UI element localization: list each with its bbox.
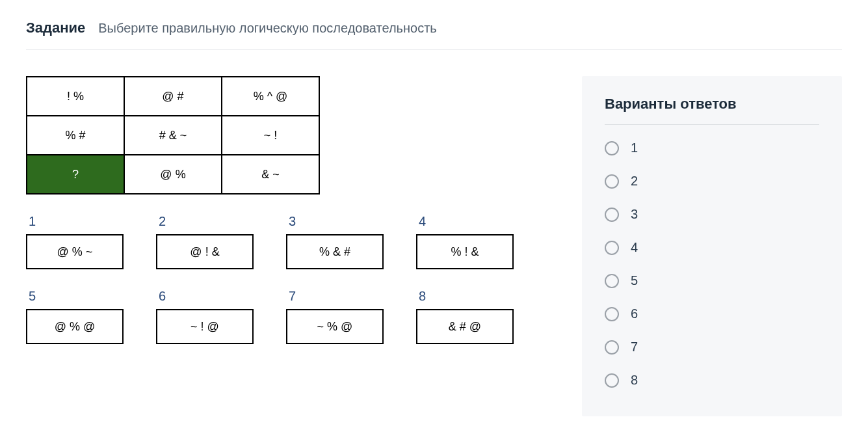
answer-label: 2 bbox=[631, 174, 638, 189]
option-4: 4 % ! & bbox=[416, 214, 533, 282]
question-panel: ! % @ # % ^ @ % # # & ~ ~ ! ? @ % & ~ 1 … bbox=[26, 76, 556, 357]
radio-icon bbox=[605, 241, 619, 255]
answer-option-2[interactable]: 2 bbox=[605, 165, 819, 198]
option-number: 2 bbox=[156, 214, 273, 229]
radio-icon bbox=[605, 340, 619, 355]
answer-option-4[interactable]: 4 bbox=[605, 231, 819, 264]
answer-label: 1 bbox=[631, 141, 638, 155]
answer-label: 8 bbox=[631, 373, 638, 388]
answer-label: 6 bbox=[631, 306, 638, 321]
option-number: 4 bbox=[416, 214, 533, 229]
answer-option-1[interactable]: 1 bbox=[605, 131, 819, 165]
answer-option-8[interactable]: 8 bbox=[605, 364, 819, 397]
option-3: 3 % & # bbox=[286, 214, 403, 282]
option-number: 7 bbox=[286, 289, 403, 304]
option-box: ~ % @ bbox=[286, 309, 384, 344]
option-box: % ! & bbox=[416, 234, 514, 269]
grid-cell: @ % bbox=[124, 155, 222, 194]
option-box: & # @ bbox=[416, 309, 514, 344]
answer-option-5[interactable]: 5 bbox=[605, 264, 819, 297]
option-box: @ % ~ bbox=[26, 234, 124, 269]
radio-icon bbox=[605, 307, 619, 321]
answer-label: 7 bbox=[631, 340, 638, 355]
option-box: @ ! & bbox=[156, 234, 254, 269]
radio-icon bbox=[605, 373, 619, 388]
option-2: 2 @ ! & bbox=[156, 214, 273, 282]
grid-cell: ~ ! bbox=[222, 116, 319, 155]
answer-label: 5 bbox=[631, 273, 638, 288]
answers-title: Варианты ответов bbox=[605, 96, 819, 125]
answer-label: 4 bbox=[631, 240, 638, 255]
task-header: Задание Выберите правильную логическую п… bbox=[26, 20, 842, 50]
radio-icon bbox=[605, 174, 619, 189]
option-box: % & # bbox=[286, 234, 384, 269]
symbol-grid: ! % @ # % ^ @ % # # & ~ ~ ! ? @ % & ~ bbox=[26, 76, 320, 195]
grid-cell: @ # bbox=[124, 77, 222, 116]
option-box: ~ ! @ bbox=[156, 309, 254, 344]
grid-cell-unknown: ? bbox=[27, 155, 124, 194]
option-number: 6 bbox=[156, 289, 273, 304]
grid-cell: # & ~ bbox=[124, 116, 222, 155]
option-number: 8 bbox=[416, 289, 533, 304]
content-area: ! % @ # % ^ @ % # # & ~ ~ ! ? @ % & ~ 1 … bbox=[26, 76, 842, 416]
answer-label: 3 bbox=[631, 207, 638, 222]
radio-icon bbox=[605, 274, 619, 288]
grid-cell: % # bbox=[27, 116, 124, 155]
task-title: Задание bbox=[26, 20, 85, 36]
answers-panel: Варианты ответов 1 2 3 4 5 6 7 bbox=[582, 76, 842, 416]
grid-cell: % ^ @ bbox=[222, 77, 319, 116]
option-number: 3 bbox=[286, 214, 403, 229]
option-box: @ % @ bbox=[26, 309, 124, 344]
option-1: 1 @ % ~ bbox=[26, 214, 143, 282]
task-subtitle: Выберите правильную логическую последова… bbox=[98, 21, 437, 36]
option-6: 6 ~ ! @ bbox=[156, 289, 273, 357]
option-7: 7 ~ % @ bbox=[286, 289, 403, 357]
answer-option-7[interactable]: 7 bbox=[605, 330, 819, 364]
radio-icon bbox=[605, 141, 619, 155]
option-5: 5 @ % @ bbox=[26, 289, 143, 357]
option-8: 8 & # @ bbox=[416, 289, 533, 357]
grid-cell: & ~ bbox=[222, 155, 319, 194]
answer-option-3[interactable]: 3 bbox=[605, 198, 819, 231]
grid-cell: ! % bbox=[27, 77, 124, 116]
radio-icon bbox=[605, 208, 619, 222]
option-number: 1 bbox=[26, 214, 143, 229]
options-grid: 1 @ % ~ 2 @ ! & 3 % & # 4 % ! & 5 @ % @ … bbox=[26, 214, 556, 357]
option-number: 5 bbox=[26, 289, 143, 304]
answer-option-6[interactable]: 6 bbox=[605, 297, 819, 330]
